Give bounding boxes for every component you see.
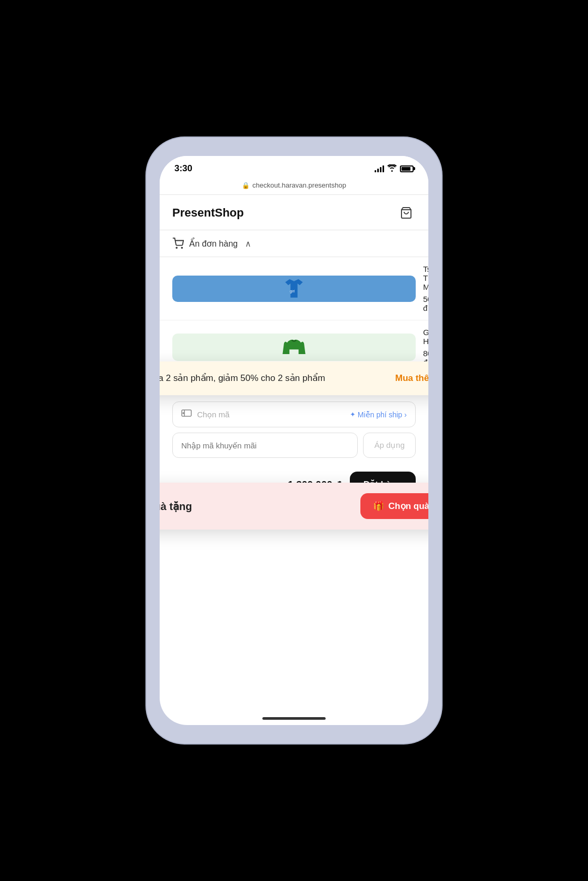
- home-indicator: [262, 717, 326, 720]
- promo-action-label: Mua thêm: [395, 373, 428, 384]
- cart-small-icon: [172, 238, 184, 249]
- phone-screen: 3:30: [160, 156, 428, 725]
- battery-icon: [400, 165, 414, 172]
- gift-icon: 🎁: [373, 501, 384, 512]
- gift-banner: Quà tặng 🎁 Chọn quà: [160, 483, 428, 530]
- product-info-2: Greeny Hoodie 800,000 đ: [423, 328, 428, 367]
- product-image-1: girl: [172, 276, 416, 302]
- coupon-placeholder: Chọn mã: [197, 410, 350, 419]
- phone-shell: 3:30: [146, 138, 442, 743]
- promo-action[interactable]: Mua thêm ›: [395, 373, 428, 384]
- scene: 3:30: [0, 0, 588, 881]
- url-bar: 🔒 checkout.haravan.presentshop: [160, 178, 428, 195]
- free-ship-label: Miễn phí ship: [358, 410, 402, 419]
- product-image-2: [172, 334, 416, 361]
- svg-point-2: [181, 247, 182, 248]
- product-info-1: Tshirt That's My Girl 500,000 đ: [423, 265, 428, 312]
- url-text: checkout.haravan.presentshop: [252, 181, 346, 189]
- promo-banner: Mua 2 sản phẩm, giảm 50% cho 2 sản phẩm …: [160, 361, 428, 395]
- free-ship-badge[interactable]: ✦ Miễn phí ship ›: [350, 410, 407, 419]
- svg-text:girl: girl: [290, 289, 295, 293]
- coupon-row[interactable]: Chọn mã ✦ Miễn phí ship ›: [172, 402, 416, 427]
- free-ship-chevron: ›: [404, 410, 407, 419]
- product-name-1: Tshirt That's My Girl: [423, 265, 428, 291]
- order-toggle-label: Ẩn đơn hàng: [189, 239, 238, 249]
- hoodie-svg: [280, 334, 308, 361]
- svg-point-7: [183, 413, 184, 414]
- promo-input-row: Áp dụng: [172, 433, 416, 458]
- cart-icon[interactable]: [397, 203, 416, 222]
- gift-label: Quà tặng: [160, 500, 192, 513]
- status-bar: 3:30: [160, 156, 428, 178]
- chevron-up-icon: ∧: [245, 239, 251, 249]
- status-icons: [375, 164, 414, 173]
- signal-icon: [375, 165, 384, 172]
- gift-button-label: Chọn quà: [388, 501, 428, 512]
- coupon-icon: [181, 408, 192, 420]
- product-item-1: girl Tshirt That's My Girl 500,000 đ −: [160, 257, 428, 320]
- lock-icon: 🔒: [242, 182, 250, 189]
- svg-point-1: [176, 247, 177, 248]
- apply-button[interactable]: Áp dụng: [363, 433, 416, 458]
- product-name-2: Greeny Hoodie: [423, 328, 428, 346]
- product-price-1: 500,000 đ: [423, 295, 428, 312]
- gift-button[interactable]: 🎁 Chọn quà: [360, 493, 428, 519]
- app-header: PresentShop: [160, 195, 428, 230]
- status-time: 3:30: [174, 163, 192, 174]
- tshirt-svg: girl: [281, 276, 307, 302]
- wifi-icon: [387, 164, 397, 173]
- order-toggle[interactable]: Ẩn đơn hàng ∧: [160, 230, 428, 257]
- promo-text: Mua 2 sản phẩm, giảm 50% cho 2 sản phẩm: [160, 372, 395, 385]
- promo-input[interactable]: [172, 433, 358, 458]
- shop-name: PresentShop: [172, 206, 244, 220]
- sparkle-icon: ✦: [350, 410, 356, 418]
